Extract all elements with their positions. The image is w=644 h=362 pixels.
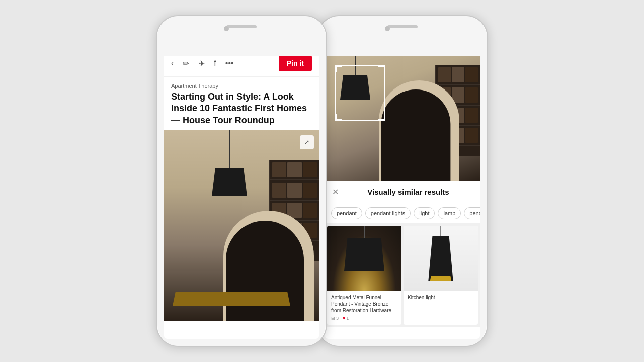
pin-title: Starting Out in Style: A Look Inside 10 … (171, 91, 312, 126)
phone-top-left (157, 16, 326, 56)
speaker-left (226, 25, 257, 28)
r1-shade (344, 238, 384, 271)
result-title-2: Kitchen light (408, 294, 474, 301)
r2-inner (430, 276, 452, 281)
result-likes-1: ♥ 1 (343, 316, 349, 321)
result-card-1[interactable]: Antiqued Metal Funnel Pendant - Vintage … (327, 226, 401, 325)
tag-pendant-lamps[interactable]: pendant lamps (464, 207, 480, 219)
result-saves-1: ⊞ 3 (331, 316, 339, 321)
arch-inner-right (381, 89, 450, 181)
corner-tl (335, 65, 342, 72)
result-info-2: Kitchen light (404, 291, 478, 305)
close-button[interactable]: ✕ (332, 187, 339, 197)
result-title-1: Antiqued Metal Funnel Pendant - Vintage … (331, 294, 397, 314)
phone-bottom-right (318, 339, 487, 346)
corner-tr (378, 65, 385, 72)
tag-lamp[interactable]: lamp (438, 207, 461, 219)
left-phone: ‹ ✏ ✈ f ••• Pin it Apartment Therapy Sta… (156, 15, 327, 347)
tag-pendant-lights[interactable]: pendant lights (365, 207, 411, 219)
visually-similar-title: Visually similar results (344, 188, 473, 196)
result-image-2 (404, 226, 478, 291)
phone-top-right (318, 16, 487, 56)
pin-source: Apartment Therapy (171, 83, 312, 89)
speaker-right (387, 25, 418, 28)
r2-shade (427, 236, 455, 281)
results-grid: Antiqued Metal Funnel Pendant - Vintage … (325, 224, 480, 327)
result-image-1 (327, 226, 401, 291)
tags-row: pendant pendant lights light lamp pendan… (325, 203, 480, 224)
search-scene (325, 50, 480, 181)
camera-right (385, 26, 390, 31)
result-card-2[interactable]: Kitchen light (404, 226, 478, 325)
visual-search-selection[interactable] (335, 65, 385, 121)
right-phone-screen: ✕ Visually similar results pendant penda… (325, 50, 480, 339)
heart-icon-1: ♥ (343, 316, 345, 321)
camera-left (224, 26, 229, 31)
dining-table (173, 292, 290, 306)
back-button[interactable]: ‹ (171, 59, 174, 68)
arch-inner (226, 221, 304, 321)
pendant-wire (229, 130, 230, 170)
phone-bottom-left (157, 339, 326, 346)
result-meta-1: ⊞ 3 ♥ 1 (331, 316, 397, 321)
left-phone-screen: ‹ ✏ ✈ f ••• Pin it Apartment Therapy Sta… (164, 50, 319, 339)
bookmark-icon: ⊞ (331, 316, 335, 321)
pin-content: Apartment Therapy Starting Out in Style:… (164, 77, 319, 130)
visually-similar-bar: ✕ Visually similar results (325, 181, 480, 203)
edit-icon[interactable]: ✏ (183, 59, 189, 68)
right-phone: ✕ Visually similar results pendant penda… (317, 15, 488, 347)
corner-bl (335, 114, 342, 121)
tag-pendant[interactable]: pendant (331, 207, 362, 219)
expand-icon[interactable]: ⤢ (300, 135, 314, 149)
phones-container: ‹ ✏ ✈ f ••• Pin it Apartment Therapy Sta… (156, 15, 488, 347)
pin-image (164, 130, 319, 321)
corner-br (378, 114, 385, 121)
tag-light[interactable]: light (414, 207, 435, 219)
more-icon[interactable]: ••• (225, 59, 234, 68)
result-info-1: Antiqued Metal Funnel Pendant - Vintage … (327, 291, 401, 325)
pendant-shade (212, 168, 247, 196)
pin-image-container: ⤢ (164, 130, 319, 321)
pin-it-button[interactable]: Pin it (279, 55, 312, 71)
facebook-icon[interactable]: f (214, 59, 216, 68)
room-scene (164, 130, 319, 321)
search-header-image (325, 50, 480, 181)
share-icon[interactable]: ✈ (198, 59, 205, 68)
